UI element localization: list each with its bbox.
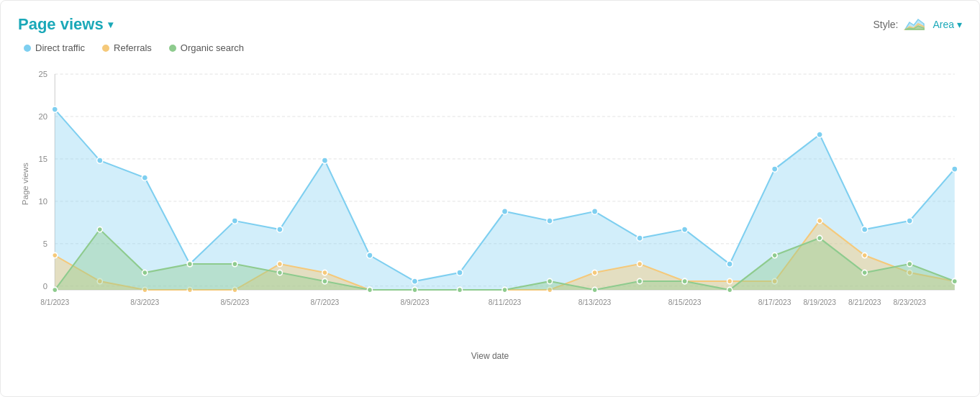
svg-text:8/21/2023: 8/21/2023 bbox=[848, 298, 881, 306]
svg-point-75 bbox=[772, 252, 777, 257]
svg-text:8/7/2023: 8/7/2023 bbox=[310, 298, 339, 306]
svg-point-56 bbox=[862, 252, 867, 257]
svg-point-69 bbox=[502, 287, 507, 292]
svg-text:20: 20 bbox=[38, 112, 47, 121]
svg-text:0: 0 bbox=[43, 282, 47, 291]
svg-point-36 bbox=[907, 218, 912, 224]
style-dropdown[interactable]: Area ▾ bbox=[933, 19, 962, 30]
svg-point-37 bbox=[952, 166, 958, 172]
svg-point-25 bbox=[412, 278, 417, 284]
svg-text:Page views: Page views bbox=[21, 163, 30, 205]
svg-point-53 bbox=[727, 278, 732, 283]
legend-label-referrals: Referrals bbox=[114, 42, 152, 53]
svg-point-43 bbox=[277, 261, 282, 266]
svg-point-24 bbox=[367, 252, 373, 258]
svg-text:25: 25 bbox=[38, 70, 47, 78]
svg-text:8/3/2023: 8/3/2023 bbox=[130, 298, 159, 306]
style-value-text: Area bbox=[933, 19, 954, 30]
svg-point-68 bbox=[457, 287, 462, 292]
legend-dot-organic bbox=[169, 45, 176, 52]
style-icon bbox=[904, 17, 927, 32]
svg-point-79 bbox=[952, 278, 957, 283]
svg-point-34 bbox=[817, 132, 822, 137]
svg-point-62 bbox=[187, 261, 192, 266]
style-selector: Style: Area ▾ bbox=[873, 17, 962, 32]
svg-point-77 bbox=[862, 270, 867, 275]
chart-svg: 25 20 15 10 5 0 bbox=[18, 59, 962, 347]
svg-point-70 bbox=[547, 278, 552, 283]
svg-text:8/1/2023: 8/1/2023 bbox=[40, 298, 69, 306]
svg-point-67 bbox=[412, 287, 417, 292]
svg-point-61 bbox=[142, 270, 148, 275]
legend-item-direct: Direct traffic bbox=[24, 42, 85, 53]
svg-point-35 bbox=[862, 227, 868, 232]
legend-dot-direct bbox=[24, 45, 31, 52]
svg-point-51 bbox=[637, 261, 642, 266]
svg-point-65 bbox=[322, 278, 327, 283]
chart-container: Page views ▾ Style: Area ▾ Direct traffi… bbox=[0, 0, 980, 397]
svg-point-31 bbox=[682, 227, 688, 232]
svg-text:8/9/2023: 8/9/2023 bbox=[401, 298, 430, 306]
svg-point-38 bbox=[53, 252, 58, 257]
svg-point-27 bbox=[502, 209, 507, 214]
svg-text:8/23/2023: 8/23/2023 bbox=[893, 298, 926, 306]
svg-point-32 bbox=[727, 261, 732, 267]
svg-point-21 bbox=[232, 218, 237, 224]
legend-label-organic: Organic search bbox=[181, 42, 244, 53]
svg-point-29 bbox=[591, 209, 597, 214]
svg-point-74 bbox=[727, 287, 732, 292]
page-views-title[interactable]: Page views ▾ bbox=[18, 15, 113, 34]
svg-text:10: 10 bbox=[38, 197, 47, 206]
header-row: Page views ▾ Style: Area ▾ bbox=[18, 15, 962, 34]
svg-text:8/17/2023: 8/17/2023 bbox=[758, 298, 791, 306]
svg-point-18 bbox=[97, 158, 103, 163]
svg-point-78 bbox=[907, 261, 912, 266]
svg-point-71 bbox=[592, 287, 597, 292]
svg-point-76 bbox=[817, 235, 822, 240]
svg-text:8/15/2023: 8/15/2023 bbox=[668, 298, 702, 306]
svg-point-63 bbox=[232, 261, 237, 266]
svg-text:15: 15 bbox=[38, 155, 47, 163]
svg-point-26 bbox=[457, 270, 463, 275]
svg-point-72 bbox=[637, 278, 642, 283]
legend-row: Direct traffic Referrals Organic search bbox=[24, 42, 962, 53]
svg-point-44 bbox=[322, 270, 327, 275]
style-dropdown-arrow: ▾ bbox=[957, 19, 962, 30]
svg-point-33 bbox=[772, 166, 778, 172]
legend-label-direct: Direct traffic bbox=[35, 42, 85, 53]
svg-text:8/13/2023: 8/13/2023 bbox=[579, 298, 612, 306]
svg-point-73 bbox=[682, 278, 687, 283]
x-axis-label: View date bbox=[18, 351, 962, 361]
legend-item-organic: Organic search bbox=[169, 42, 244, 53]
svg-point-59 bbox=[53, 287, 58, 292]
svg-point-23 bbox=[322, 158, 327, 163]
legend-item-referrals: Referrals bbox=[102, 42, 152, 53]
svg-point-60 bbox=[97, 227, 102, 232]
svg-point-30 bbox=[637, 235, 643, 241]
svg-point-50 bbox=[592, 270, 597, 275]
svg-point-17 bbox=[52, 106, 58, 112]
svg-point-19 bbox=[142, 175, 148, 181]
svg-point-22 bbox=[277, 227, 283, 232]
svg-point-55 bbox=[817, 218, 822, 223]
svg-text:8/19/2023: 8/19/2023 bbox=[803, 298, 836, 306]
svg-text:8/11/2023: 8/11/2023 bbox=[489, 298, 522, 306]
legend-dot-referrals bbox=[102, 45, 109, 52]
svg-point-64 bbox=[277, 270, 282, 275]
title-text: Page views bbox=[18, 15, 104, 34]
svg-text:5: 5 bbox=[43, 239, 47, 248]
svg-point-28 bbox=[547, 218, 553, 224]
title-dropdown-arrow[interactable]: ▾ bbox=[108, 19, 113, 30]
style-label: Style: bbox=[873, 19, 898, 30]
svg-text:8/5/2023: 8/5/2023 bbox=[220, 298, 249, 306]
svg-point-66 bbox=[367, 287, 372, 292]
chart-area: 25 20 15 10 5 0 bbox=[18, 59, 962, 347]
